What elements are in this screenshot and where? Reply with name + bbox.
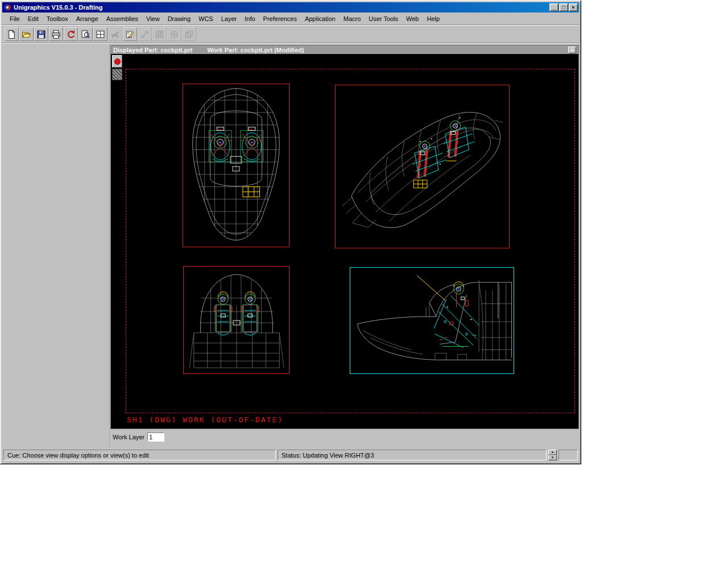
undo-button[interactable] (64, 27, 78, 41)
maximize-button[interactable]: □ (559, 3, 568, 11)
cue-panel: Cue: Choose view display options or view… (3, 450, 276, 460)
menu-view[interactable]: View (142, 14, 164, 24)
grid-button (152, 27, 167, 41)
work-layer-label: Work Layer (113, 434, 144, 440)
minimize-icon: _ (552, 4, 555, 11)
menu-edit[interactable]: Edit (24, 14, 43, 24)
print-icon (51, 30, 61, 39)
status-bar: Cue: Choose view display options or view… (2, 448, 579, 462)
close-icon: × (572, 4, 574, 11)
status-panel: Status: Updating View RIGHT@3 (278, 450, 547, 460)
menu-user-tools[interactable]: User Tools (365, 14, 402, 24)
view-right[interactable] (350, 267, 514, 374)
graphics-window-close-button[interactable]: × (568, 47, 576, 53)
view-isometric[interactable] (335, 85, 510, 248)
print-button[interactable] (49, 27, 63, 41)
dimension-icon (140, 30, 150, 39)
right-view-drawing (350, 268, 514, 373)
title-bar[interactable]: Unigraphics V15.0.3 - Drafting _ □ × (2, 2, 579, 13)
zoom-view-button[interactable] (78, 27, 93, 41)
undo-icon (66, 30, 76, 39)
airplane-part-button (108, 27, 122, 41)
menu-info[interactable]: Info (241, 14, 259, 24)
circle-tool-button (167, 27, 181, 41)
top-view-drawing (183, 84, 289, 247)
minimize-button[interactable]: _ (549, 3, 559, 11)
menu-help[interactable]: Help (423, 14, 444, 24)
open-icon (22, 30, 31, 39)
app-icon (3, 3, 11, 11)
circle-icon (169, 30, 179, 39)
toolbar (2, 26, 579, 43)
window-title: Unigraphics V15.0.3 - Drafting (14, 4, 547, 11)
new-icon (7, 30, 16, 39)
graphics-canvas[interactable]: SH1 (DWG) WORK (OUT-OF-DATE) (111, 54, 578, 429)
stacked-views-button (182, 27, 196, 41)
record-control[interactable] (112, 55, 122, 68)
scroll-up-icon: ▲ (551, 450, 555, 454)
status-text: Status: Updating View RIGHT@3 (282, 452, 374, 459)
menu-application[interactable]: Application (301, 14, 340, 24)
menu-macro[interactable]: Macro (340, 14, 365, 24)
views-layout-button[interactable] (93, 27, 107, 41)
record-dot-icon (114, 59, 121, 65)
graphics-close-icon: × (570, 47, 574, 53)
drafting-pen-button[interactable] (123, 27, 137, 41)
menu-file[interactable]: File (6, 14, 24, 24)
menu-drawing[interactable]: Drawing (164, 14, 195, 24)
menu-arrange[interactable]: Arrange (72, 14, 102, 24)
maximize-icon: □ (562, 4, 565, 11)
airplane-icon (110, 30, 120, 39)
front-view-drawing (184, 267, 289, 373)
menu-toolbox[interactable]: Toolbox (43, 14, 72, 24)
status-scroll-control[interactable]: ▲ ▼ (548, 450, 557, 460)
view-front[interactable] (183, 266, 289, 374)
scroll-up-button[interactable]: ▲ (548, 450, 557, 455)
close-button[interactable]: × (569, 3, 578, 11)
open-button[interactable] (19, 27, 34, 41)
work-layer-input[interactable] (147, 433, 164, 442)
sheet-status-label: SH1 (DWG) WORK (OUT-OF-DATE) (127, 415, 283, 424)
work-part-label: Work Part: cockpit.prt (Modified) (207, 47, 304, 53)
menu-wcs[interactable]: WCS (195, 14, 217, 24)
grid-icon (155, 30, 164, 39)
scroll-down-button[interactable]: ▼ (548, 455, 557, 461)
save-button[interactable] (34, 27, 48, 41)
views-layout-icon (96, 30, 105, 39)
menu-assemblies[interactable]: Assemblies (102, 14, 142, 24)
menu-bar: File Edit Toolbox Arrange Assemblies Vie… (2, 13, 579, 24)
graphics-window-header[interactable]: Displayed Part: cockpit.prt Work Part: c… (111, 45, 578, 54)
new-button[interactable] (5, 27, 19, 41)
view-top[interactable] (183, 84, 289, 247)
cue-text: Cue: Choose view display options or view… (7, 452, 149, 459)
scroll-down-icon: ▼ (551, 456, 555, 460)
status-end-panel (559, 450, 578, 460)
graphics-window[interactable]: Displayed Part: cockpit.prt Work Part: c… (110, 45, 579, 429)
menu-preferences[interactable]: Preferences (259, 14, 301, 24)
stacked-rects-icon (184, 30, 194, 39)
menu-web[interactable]: Web (402, 14, 423, 24)
displayed-part-label: Displayed Part: cockpit.prt (113, 47, 192, 53)
isometric-view-drawing (336, 85, 509, 248)
tool-palette-panel (2, 44, 110, 448)
workspace: Displayed Part: cockpit.prt Work Part: c… (2, 44, 579, 448)
save-icon (36, 30, 46, 39)
app-window: Unigraphics V15.0.3 - Drafting _ □ × Fil… (0, 0, 581, 464)
dimension-button (138, 27, 152, 41)
hatch-grip[interactable] (112, 69, 122, 80)
menu-layer[interactable]: Layer (217, 14, 241, 24)
drafting-pen-icon (125, 30, 135, 39)
work-layer-row: Work Layer (113, 431, 164, 443)
zoom-icon (81, 30, 90, 39)
